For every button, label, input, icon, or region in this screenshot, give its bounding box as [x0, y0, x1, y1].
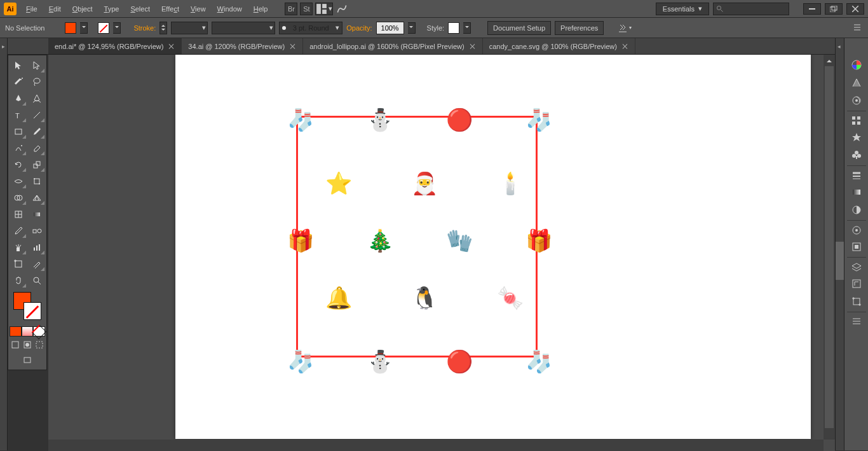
search-input[interactable] — [713, 3, 789, 15]
menu-object[interactable]: Object — [67, 0, 98, 18]
fill-dropdown[interactable] — [80, 22, 88, 34]
window-close-button[interactable] — [846, 3, 864, 15]
menu-view[interactable]: View — [185, 0, 212, 18]
style-swatch[interactable] — [448, 22, 459, 34]
symbol-sprayer-tool[interactable] — [10, 240, 27, 255]
variable-width-drop[interactable]: ▾ — [212, 22, 275, 34]
svg-rect-45 — [36, 342, 43, 348]
curvature-tool[interactable] — [28, 91, 45, 106]
shaper-tool[interactable] — [10, 141, 27, 156]
rectangle-tool[interactable] — [10, 124, 27, 139]
stroke-color-icon[interactable] — [24, 302, 41, 320]
slice-tool[interactable] — [28, 256, 45, 272]
libraries-panel-icon[interactable] — [847, 312, 866, 330]
appearance-panel-icon[interactable] — [847, 220, 866, 238]
brush-def-drop[interactable]: 3 pt. Round ▾ — [279, 22, 342, 34]
document-tab[interactable]: end.ai* @ 124,95% (RGB/Preview) — [48, 38, 182, 54]
left-dock-strip[interactable] — [0, 38, 8, 450]
vertical-scrollbar[interactable] — [824, 55, 835, 440]
mesh-tool[interactable] — [10, 207, 27, 222]
lasso-tool[interactable] — [28, 74, 45, 90]
window-maximize-button[interactable] — [825, 3, 843, 15]
paintbrush-tool[interactable] — [28, 124, 45, 139]
stock-icon[interactable]: St — [300, 3, 313, 15]
document-viewport[interactable]: 🧦⛄🔴🧦⭐🎅🕯️🎁🎄🧤🎁🔔🐧🍬🧦⛄🔴🧦 — [48, 55, 835, 451]
line-tool[interactable] — [28, 108, 45, 123]
transparency-panel-icon[interactable] — [847, 201, 866, 219]
artboards-panel-icon[interactable] — [847, 293, 866, 310]
menu-window[interactable]: Window — [212, 0, 248, 18]
workspace-switcher[interactable]: Essentials▾ — [656, 3, 709, 15]
document-tab[interactable]: 34.ai @ 1200% (RGB/Preview) — [182, 38, 303, 54]
opacity-input[interactable]: 100% — [376, 22, 404, 34]
right-dock-strip[interactable] — [835, 38, 844, 450]
graphic-styles-panel-icon[interactable] — [847, 238, 866, 256]
bridge-icon[interactable]: Br — [285, 3, 297, 15]
brushes-panel-icon[interactable] — [847, 111, 866, 128]
color-panel-icon[interactable] — [847, 56, 866, 74]
menu-file[interactable]: File — [20, 0, 43, 18]
free-transform-tool[interactable] — [28, 174, 45, 189]
svg-rect-31 — [33, 230, 36, 233]
artboard-tool[interactable] — [10, 256, 27, 272]
close-icon[interactable] — [290, 43, 296, 50]
document-tab[interactable]: android_lollipop.ai @ 1600% (RGB/Pixel P… — [303, 38, 483, 54]
menu-type[interactable]: Type — [98, 0, 125, 18]
asset-export-panel-icon[interactable] — [847, 275, 866, 293]
document-tab[interactable]: candy_cane.svg @ 100% (RGB/Preview) — [483, 38, 635, 54]
screen-mode-row[interactable] — [10, 353, 45, 367]
menu-effect[interactable]: Effect — [156, 0, 185, 18]
rotate-tool[interactable] — [10, 157, 27, 172]
color-guide-panel-icon[interactable] — [847, 74, 866, 92]
pen-tool[interactable] — [10, 91, 27, 106]
hand-tool[interactable] — [10, 273, 27, 288]
close-icon[interactable] — [168, 43, 175, 50]
stroke-weight-drop[interactable]: ▾ — [171, 22, 208, 34]
arrange-docs-icon[interactable]: ▾ — [315, 3, 333, 15]
symbols-panel-icon[interactable] — [847, 128, 866, 146]
stroke-panel-icon[interactable] — [847, 165, 866, 183]
scroll-up-icon[interactable] — [824, 55, 835, 65]
shape-builder-tool[interactable] — [10, 190, 27, 205]
align-to-icon[interactable]: ▾ — [618, 23, 632, 33]
stroke-weight-stepper[interactable] — [159, 22, 167, 34]
stroke-dropdown[interactable] — [113, 22, 121, 34]
preferences-button[interactable]: Preferences — [555, 21, 604, 35]
close-icon[interactable] — [622, 43, 628, 50]
draw-mode-row[interactable] — [10, 338, 45, 352]
menu-select[interactable]: Select — [125, 0, 156, 18]
right-scroll-thumb[interactable] — [836, 242, 844, 280]
menu-edit[interactable]: Edit — [43, 0, 67, 18]
type-tool[interactable]: T — [10, 108, 27, 123]
blend-tool[interactable] — [28, 223, 45, 239]
selection-tool[interactable] — [10, 58, 27, 73]
color-mode-row[interactable] — [10, 326, 45, 337]
layers-panel-icon[interactable] — [847, 257, 866, 275]
fill-swatch[interactable] — [65, 22, 76, 34]
close-icon[interactable] — [470, 43, 476, 50]
perspective-grid-tool[interactable] — [28, 190, 45, 205]
width-tool[interactable] — [10, 174, 27, 189]
horizontal-scrollbar[interactable] — [48, 440, 824, 451]
column-graph-tool[interactable] — [28, 240, 45, 255]
document-setup-button[interactable]: Document Setup — [487, 21, 551, 35]
eyedropper-tool[interactable] — [10, 223, 27, 239]
style-dropdown[interactable] — [463, 22, 471, 34]
magic-wand-tool[interactable] — [10, 74, 27, 90]
stroke-swatch[interactable] — [98, 22, 109, 34]
scroll-thumb[interactable] — [825, 66, 834, 428]
direct-selection-tool[interactable] — [28, 58, 45, 73]
fill-stroke-indicator[interactable] — [10, 289, 45, 325]
zoom-tool[interactable] — [28, 273, 45, 288]
eraser-tool[interactable] — [28, 141, 45, 156]
gpu-perf-icon[interactable] — [336, 3, 348, 15]
swatches-panel-icon[interactable] — [847, 92, 866, 109]
control-menu-icon[interactable] — [854, 23, 863, 33]
clubs-icon[interactable] — [847, 146, 866, 164]
window-minimize-button[interactable] — [803, 3, 821, 15]
scale-tool[interactable] — [28, 157, 45, 172]
opacity-dropdown[interactable] — [408, 22, 416, 34]
gradient-panel-icon[interactable] — [847, 183, 866, 201]
menu-help[interactable]: Help — [248, 0, 274, 18]
gradient-tool[interactable] — [28, 207, 45, 222]
